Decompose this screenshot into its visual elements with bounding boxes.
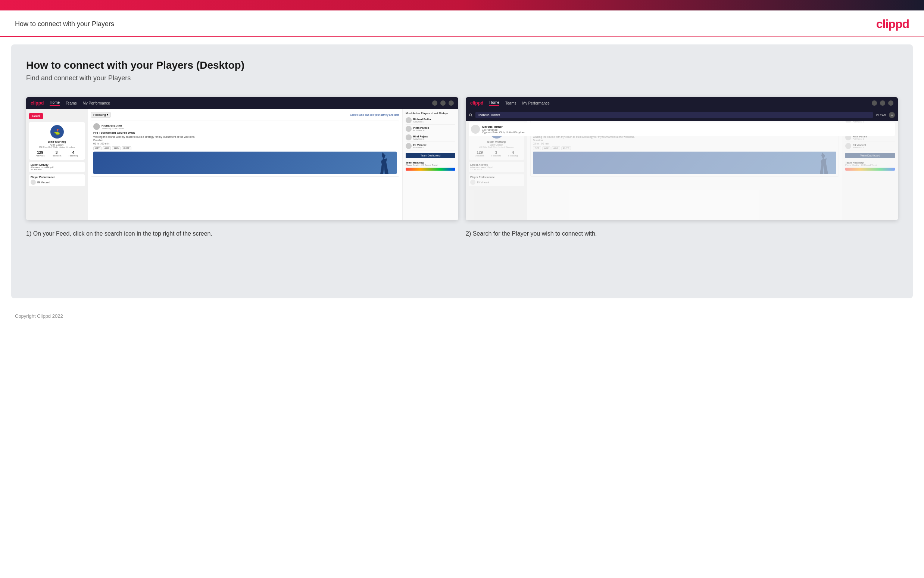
player-avatar-4	[406, 143, 412, 149]
latest-activity: Latest Activity Afternoon round of golf …	[29, 162, 85, 172]
heatmap-bar-2	[845, 168, 895, 170]
close-button[interactable]: ×	[889, 112, 895, 118]
team-heatmap-2: Team Heatmap Player Quality · 20 Round T…	[845, 161, 895, 170]
search-icon[interactable]	[432, 101, 437, 106]
player-name-2-4: Eli Vincent	[853, 144, 895, 146]
player-activities-2-3: Activities: 3	[853, 138, 895, 140]
avatar: ⛳	[50, 125, 64, 138]
settings-icon[interactable]	[448, 101, 454, 106]
tag-app: APP	[103, 146, 111, 150]
header-divider	[0, 36, 924, 37]
stat-activities-2: 129 Activities	[476, 151, 484, 157]
player-item-1: Richard Butler Activities: 7	[406, 116, 455, 125]
clear-button[interactable]: CLEAR	[876, 114, 886, 117]
following-label: Following	[69, 154, 78, 157]
step-1-text: 1) On your Feed, click on the search ico…	[26, 229, 458, 238]
nav-home-2[interactable]: Home	[489, 101, 499, 106]
profile-icon-2[interactable]	[880, 101, 885, 106]
app-nav-logo-2: clippd	[470, 101, 483, 106]
app-sidebar: Feed ⛳ Blair McHarg Golf Coach Mill Ride…	[26, 109, 88, 220]
pp-player-2: Eli Vincent	[470, 180, 523, 185]
profile-icon[interactable]	[440, 101, 446, 106]
activity-image	[93, 152, 397, 174]
pp-player-name: Eli Vincent	[37, 181, 50, 184]
pp-name-2: Eli Vincent	[477, 181, 489, 184]
pp-player-row: Eli Vincent	[31, 180, 83, 185]
search-overlay: CLEAR × Marcus Turner 1.5 Handicap Cypre…	[466, 109, 898, 137]
player-performance-section: Player Performance Eli Vincent	[29, 174, 85, 186]
stat-followers: 3 Followers	[52, 151, 61, 157]
followers-label: Followers	[52, 154, 61, 157]
activity-person-info: Richard Butler Yesterday · The Grove	[102, 124, 124, 130]
player-info-4: Eli Vincent Activities: 1	[413, 144, 455, 149]
latest-activity-2: Latest Activity Afternoon round of golf …	[469, 162, 524, 172]
app-nav-1: clippd Home Teams My Performance	[26, 97, 458, 109]
nav-home[interactable]: Home	[50, 101, 60, 106]
following-label-2: Following	[508, 154, 518, 157]
search-icon-svg	[469, 113, 473, 117]
duration-time-2: 02 hr : 00 min	[533, 142, 836, 145]
heatmap-subtitle-2: Player Quality · 20 Round Trend	[845, 164, 895, 166]
nav-my-performance-2[interactable]: My Performance	[522, 101, 549, 105]
nav-teams-2[interactable]: Teams	[505, 101, 516, 105]
team-heatmap: Team Heatmap Player Quality · 20 Round T…	[406, 161, 455, 170]
profile-card: ⛳ Blair McHarg Golf Coach Mill Ride Golf…	[29, 122, 85, 160]
player-info-1: Richard Butler Activities: 7	[413, 118, 455, 123]
nav-my-performance[interactable]: My Performance	[83, 101, 110, 105]
activities-label-2: Activities	[476, 154, 484, 157]
following-bar: Following ▾ Control who can see your act…	[91, 112, 399, 118]
copyright-text: Copyright Clippd 2022	[15, 313, 63, 319]
app-nav-logo: clippd	[31, 101, 44, 106]
followers-count-2: 3	[492, 151, 501, 154]
pp-title-2: Player Performance	[470, 176, 523, 179]
profile-name-2: Blair McHarg	[472, 140, 521, 143]
player-item-2-4: Eli Vincent Activities: 1	[845, 142, 895, 151]
stat-activities: 129 Activities	[36, 151, 45, 157]
player-activities-2: Activities: 4	[413, 129, 455, 132]
screenshot-1: clippd Home Teams My Performance Feed	[26, 97, 458, 220]
player-item-2: Piers Parnell Activities: 4	[406, 125, 455, 133]
duration-label-2: Duration	[533, 139, 836, 141]
following-button[interactable]: Following ▾	[91, 112, 111, 118]
stat-following-2: 4 Following	[508, 151, 518, 157]
search-input[interactable]	[476, 112, 873, 118]
player-avatar-1	[406, 117, 412, 123]
player-performance-title: Player Performance	[31, 176, 83, 179]
settings-icon-2[interactable]	[888, 101, 893, 106]
player-item-3: Hiral Pujara Activities: 3	[406, 133, 455, 142]
search-icon-2[interactable]	[872, 101, 877, 106]
tag-putt: PUTT	[121, 146, 131, 150]
step-2-text: 2) Search for the Player you wish to con…	[466, 229, 898, 238]
player-info-3: Hiral Pujara Activities: 3	[413, 135, 455, 140]
stat-following: 4 Following	[69, 151, 78, 157]
following-count: 4	[69, 151, 78, 154]
duration-label: Duration	[93, 139, 397, 141]
latest-activity-title-2: Latest Activity	[470, 164, 523, 166]
heatmap-subtitle: Player Quality · 20 Round Trend	[406, 164, 455, 166]
top-bar	[0, 0, 924, 10]
profile-club-2: Mill Ride Golf Club, United Kingdom	[472, 146, 521, 148]
screenshots-row: clippd Home Teams My Performance Feed	[26, 97, 898, 220]
profile-stats: 129 Activities 3 Followers 4 Following	[32, 151, 82, 157]
player-activities-2-4: Activities: 1	[853, 146, 895, 149]
mock-app-2: clippd Home Teams My Performance	[466, 97, 898, 220]
page-title: How to connect with your Players	[15, 20, 114, 28]
tag-arg: ARG	[112, 146, 121, 150]
control-link[interactable]: Control who can see your activity and da…	[350, 114, 399, 116]
player-activities-1: Activities: 7	[413, 120, 455, 123]
team-dashboard-button[interactable]: Team Dashboard	[406, 153, 455, 158]
screenshot-2: clippd Home Teams My Performance	[466, 97, 898, 220]
main-content: How to connect with your Players (Deskto…	[11, 44, 913, 298]
activities-label: Activities	[36, 154, 45, 157]
player-info-2: Piers Parnell Activities: 4	[413, 127, 455, 132]
player-name-3: Hiral Pujara	[413, 135, 455, 138]
player-activities-4: Activities: 1	[413, 146, 455, 149]
nav-teams[interactable]: Teams	[66, 101, 76, 105]
search-result[interactable]: Marcus Turner 1.5 Handicap Cypress Point…	[469, 122, 895, 136]
team-dashboard-btn-2[interactable]: Team Dashboard	[845, 153, 895, 158]
activity-tags-2: OTT APP ARG PUTT	[533, 146, 836, 150]
player-name-4: Eli Vincent	[413, 144, 455, 146]
latest-activity-date-2: 27 Jul 2022	[470, 169, 523, 170]
feed-tab[interactable]: Feed	[29, 113, 43, 119]
section-subtitle: Find and connect with your Players	[26, 74, 898, 82]
